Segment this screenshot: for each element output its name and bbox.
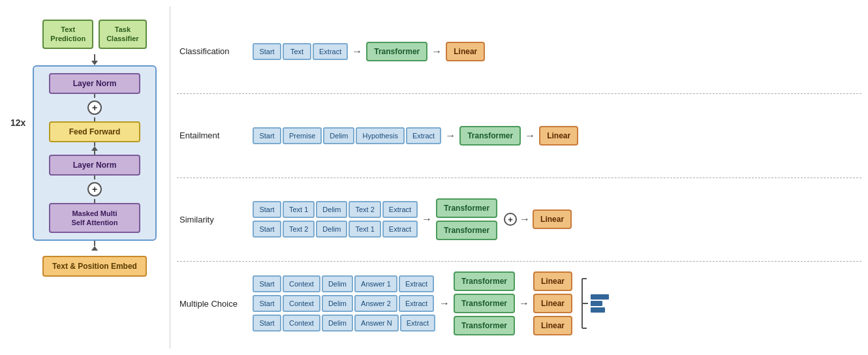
transformer-3b: Transformer (436, 221, 497, 240)
multiple-choice-row: Multiple Choice Start Context Delim Answ… (177, 262, 861, 345)
mc-transformers: Transformer Transformer Transformer (454, 271, 515, 335)
classification-label: Classification (177, 46, 249, 56)
bar-3 (591, 307, 605, 313)
arrow-3: → (445, 130, 456, 142)
label-12x: 12x (10, 117, 25, 128)
transformer-4a: Transformer (454, 271, 515, 291)
embed-box: Text & Position Embed (42, 256, 147, 277)
arrow-4: → (525, 130, 535, 142)
linear-4c: Linear (533, 316, 572, 335)
seq-text: Text (283, 43, 311, 60)
sim-seq-1: Start Text 1 Delim Text 2 Extract (253, 201, 418, 218)
linear-4a: Linear (533, 271, 572, 291)
similarity-label: Similarity (177, 215, 249, 224)
layer-norm-top: Layer Norm (49, 73, 140, 94)
entailment-sequence: Start Premise Delim Hypothesis Extract (253, 127, 441, 144)
linear-2: Linear (539, 126, 578, 146)
mc-seq-n: Start Context Delim Answer N Extract (253, 315, 435, 332)
bar-1 (591, 294, 609, 300)
linear-4b: Linear (533, 294, 572, 313)
seq-extract: Extract (313, 43, 348, 60)
seq-premise: Premise (283, 127, 322, 144)
arrow-5: → (422, 213, 432, 225)
transformer-block: Layer Norm + Feed Forward Layer Norm + M… (33, 65, 157, 241)
seq-extract: Extract (406, 127, 441, 144)
transformer-4b: Transformer (454, 294, 515, 313)
classification-row: Classification Start Text Extract → Tran… (177, 10, 861, 94)
entailment-label: Entailment (177, 131, 249, 140)
similarity-sequences: Start Text 1 Delim Text 2 Extract Start … (253, 201, 418, 238)
mc-output (579, 276, 609, 331)
text-prediction-box: TextPrediction (42, 20, 93, 49)
bottom-arrow (91, 241, 98, 251)
masked-attention-box: Masked MultiSelf Attention (49, 203, 140, 234)
task-classifier-box: TaskClassifier (99, 20, 147, 49)
arrow-2: → (431, 46, 442, 57)
mc-seq-1: Start Context Delim Answer 1 Extract (253, 275, 435, 292)
mc-linears: Linear Linear Linear (533, 271, 572, 335)
mc-label: Multiple Choice (177, 299, 249, 309)
entailment-row: Entailment Start Premise Delim Hypothesi… (177, 94, 861, 178)
transformer-4c: Transformer (454, 316, 515, 335)
seq-start: Start (253, 127, 281, 144)
arrow-8: → (519, 298, 529, 309)
feed-forward-box: Feed Forward (49, 121, 140, 142)
top-arrow (91, 54, 98, 65)
sim-plus: + (504, 213, 517, 226)
left-panel: 12x TextPrediction TaskClassifier Layer … (7, 7, 163, 348)
similarity-row: Similarity Start Text 1 Delim Text 2 Ext… (177, 178, 861, 262)
plus-top: + (87, 100, 102, 115)
seq-delim: Delim (323, 127, 354, 144)
arrow-7: → (439, 298, 450, 309)
diagram-container: 12x TextPrediction TaskClassifier Layer … (0, 0, 868, 355)
right-panel: Classification Start Text Extract → Tran… (170, 7, 861, 348)
transformer-2: Transformer (459, 126, 521, 146)
linear-1: Linear (446, 42, 485, 61)
seq-hypothesis: Hypothesis (356, 127, 404, 144)
bar-2 (591, 301, 602, 306)
sim-transformers: Transformer Transformer (436, 198, 497, 240)
arrow-6: → (519, 213, 530, 225)
sim-combine: + → Linear (504, 209, 572, 229)
layer-norm-bottom: Layer Norm (49, 155, 140, 176)
classification-sequence: Start Text Extract (253, 43, 348, 60)
output-boxes: TextPrediction TaskClassifier (42, 20, 146, 49)
seq-start: Start (253, 43, 281, 60)
bracket-svg (579, 276, 588, 331)
linear-3: Linear (533, 209, 572, 229)
plus-bottom: + (87, 182, 102, 196)
mc-seq-2: Start Context Delim Answer 2 Extract (253, 295, 435, 312)
arrow-1: → (352, 46, 362, 57)
transformer-3a: Transformer (436, 198, 497, 218)
bar-chart (591, 294, 609, 313)
sim-seq-2: Start Text 2 Delim Text 1 Extract (253, 221, 418, 238)
transformer-1: Transformer (366, 42, 427, 61)
mc-sequences: Start Context Delim Answer 1 Extract Sta… (253, 275, 435, 332)
